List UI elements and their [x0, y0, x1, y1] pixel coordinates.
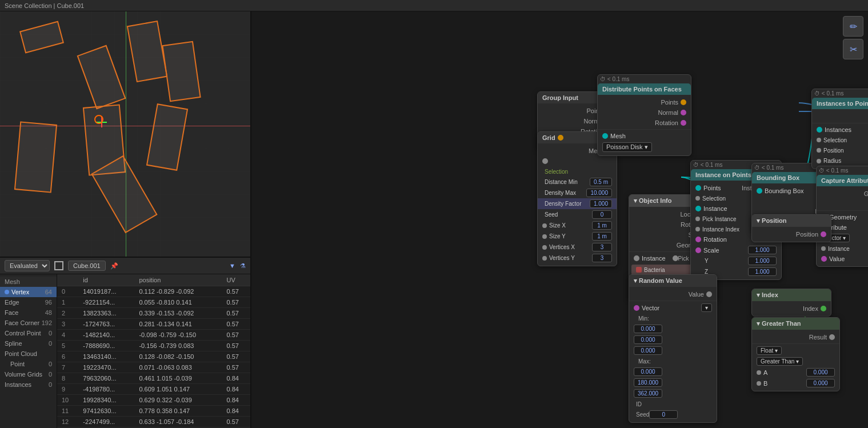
grid-distmin-val[interactable]: 0.5 m [590, 178, 612, 186]
socket-grid-conn[interactable] [542, 158, 548, 164]
rv-max-x[interactable]: 0.000 [634, 367, 662, 376]
socket-iop-instanceindex[interactable] [695, 227, 700, 231]
toolbar-btn-2[interactable]: ✂ [843, 39, 863, 59]
rv-max-y[interactable]: 180.000 [634, 378, 662, 387]
gt-a-val[interactable]: 0.000 [806, 368, 835, 377]
socket-oi-pickinstance[interactable] [673, 255, 678, 261]
stat-control-point[interactable]: Control Point 0 [0, 328, 57, 338]
stat-point[interactable]: Point 0 [0, 359, 57, 369]
table-body: 014019187...0.112 -0.829 -0.0920.57 1-92… [57, 286, 250, 427]
socket-dist-mesh-in[interactable] [602, 133, 608, 139]
stat-face-corner-count: 192 [42, 319, 52, 326]
grid-sizey-val[interactable]: 1 m [592, 232, 612, 241]
socket-ca-value[interactable] [821, 256, 827, 262]
stat-point-cloud[interactable]: Point Cloud [0, 349, 57, 359]
socket-itp-radius[interactable] [817, 159, 821, 163]
node-dist-dropdown[interactable]: Poisson Disk ▾ [602, 142, 652, 152]
node-index[interactable]: ▾ Index Index [751, 289, 831, 317]
socket-rv-out[interactable] [706, 291, 712, 297]
socket-iop-scale[interactable] [695, 247, 701, 253]
grid-seed-val[interactable]: 0 [592, 210, 612, 219]
stat-instances[interactable]: Instances 0 [0, 379, 57, 390]
node-greater-than[interactable]: ▾ Greater Than Result Float ▾ Greater Th… [751, 317, 840, 391]
funnel-icon[interactable]: ⚗ [240, 262, 246, 270]
stat-face[interactable]: Face 48 [0, 307, 57, 318]
socket-index-out[interactable] [821, 306, 826, 311]
toolbar-btn-1[interactable]: ✏ [843, 16, 863, 37]
stat-volume[interactable]: Volume Grids 0 [0, 369, 57, 379]
iop-scale-x[interactable]: 1.000 [748, 246, 777, 254]
socket-pos1-out[interactable] [821, 231, 826, 237]
node-dist-row-points: Points [598, 97, 691, 107]
socket-dist-rotation[interactable] [681, 120, 686, 126]
stat-vertex[interactable]: Vertex 64 [0, 287, 57, 297]
socket-ca-instance[interactable] [821, 246, 826, 251]
node-distribute-points[interactable]: ⏱ < 0.1 ms Distribute Points on Faces Po… [597, 74, 691, 156]
grid-vertx-val[interactable]: 3 [592, 243, 612, 251]
cube-icon [54, 261, 63, 270]
socket-rv-vector[interactable] [634, 305, 639, 311]
col-id[interactable]: id [78, 274, 134, 286]
stat-face-corner[interactable]: Face Corner 192 [0, 318, 57, 328]
socket-sizex[interactable] [542, 223, 547, 228]
rv-min-y[interactable]: 0.000 [634, 335, 662, 344]
socket-iop-instance[interactable] [695, 206, 701, 211]
table-area[interactable]: id position UV 014019187...0.112 -0.829 … [57, 274, 250, 428]
socket-itp-selection[interactable] [817, 138, 821, 142]
socket-vertx[interactable] [542, 245, 547, 250]
node-ca-timing: ⏱ < 0.1 ms [817, 166, 868, 175]
table-row: 9-4198780...0.609 1.051 0.1470.84 [57, 384, 250, 395]
node-gt-body: Result Float ▾ Greater Than ▾ A 0.000 [752, 330, 839, 391]
node-editor[interactable]: ✏ ✂ [251, 11, 868, 428]
node-grid-connect-row [538, 156, 617, 166]
socket-itp-instances[interactable] [817, 127, 822, 133]
filter-icon[interactable]: ▼ [229, 262, 235, 269]
node-grid-title: Grid [542, 134, 555, 141]
grid-sizex-val[interactable]: 1 m [592, 221, 612, 230]
col-uv[interactable]: UV [222, 274, 250, 286]
grid-densmax-val[interactable]: 10.000 [586, 189, 612, 197]
stat-spline[interactable]: Spline 0 [0, 338, 57, 349]
bacteria-dot [636, 267, 642, 273]
socket-iop-rotation[interactable] [695, 237, 701, 242]
socket-iop-points[interactable] [695, 185, 701, 191]
node-rv-title: ▾ Random Value [634, 277, 682, 285]
node-gt-title: ▾ Greater Than [757, 320, 801, 327]
iop-scale-z[interactable]: 1.000 [748, 267, 777, 276]
socket-iop-selection[interactable] [695, 196, 700, 201]
socket-gt-out[interactable] [829, 334, 835, 340]
evaluated-dropdown[interactable]: Evaluated [5, 260, 50, 271]
socket-dist-normal[interactable] [681, 110, 686, 115]
node-random-value[interactable]: ▾ Random Value Value Vector ▾ Min: 0.000 [629, 274, 717, 423]
socket-gt-b[interactable] [757, 381, 761, 386]
stat-edge[interactable]: Edge 96 [0, 297, 57, 307]
node-grid-selection-row: Selection [538, 166, 617, 177]
socket-bb-in[interactable] [757, 188, 762, 194]
rv-dropdown[interactable]: ▾ [701, 303, 712, 312]
node-position-1[interactable]: ▾ Position Position [751, 214, 831, 242]
col-position[interactable]: position [134, 274, 222, 286]
iop-scale-y[interactable]: 1.000 [748, 257, 777, 265]
viewport-3d[interactable] [0, 11, 250, 257]
socket-iop-pickinstance[interactable] [695, 217, 700, 221]
socket-grid-input[interactable] [558, 135, 563, 141]
node-instances-to-points[interactable]: ⏱ < 0.1 ms Instances to Points Points In… [811, 89, 868, 169]
socket-itp-position[interactable] [817, 148, 821, 153]
stat-spline-count: 0 [49, 340, 52, 347]
gt-mode-dropdown[interactable]: Greater Than ▾ [757, 357, 803, 366]
socket-gt-a[interactable] [757, 370, 761, 375]
gt-b-val[interactable]: 0.000 [806, 379, 835, 387]
socket-verty[interactable] [542, 256, 547, 261]
socket-oi-instance[interactable] [634, 255, 639, 261]
rv-max-z[interactable]: 362.000 [634, 389, 662, 398]
grid-verty-val[interactable]: 3 [592, 254, 612, 262]
gt-float-dropdown[interactable]: Float ▾ [757, 346, 782, 355]
pin-icon[interactable]: 📌 [110, 262, 118, 270]
node-pos1-body: Position [752, 227, 831, 242]
rv-min-z[interactable]: 0.000 [634, 346, 662, 355]
socket-sizey[interactable] [542, 234, 547, 239]
rv-seed[interactable]: 0 [649, 410, 678, 419]
rv-min-x[interactable]: 0.000 [634, 325, 662, 333]
socket-dist-points[interactable] [681, 99, 686, 105]
grid-densfact-val[interactable]: 1.000 [590, 199, 612, 208]
